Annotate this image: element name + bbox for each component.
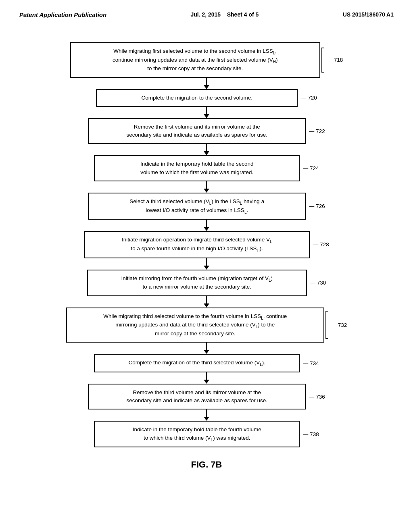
flow-row-728: Initiate migration operation to migrate … <box>65 231 348 258</box>
ref-line-728: — <box>313 241 318 247</box>
ref-row-738: — 738 <box>303 431 319 437</box>
flow-row-720: Complete the migration to the second vol… <box>65 89 348 107</box>
arrow-718-720 <box>204 78 209 89</box>
arrow-730-732 <box>204 296 209 308</box>
publication-date: Jul. 2, 2015 <box>190 11 221 18</box>
flow-row-718: While migrating first selected volume to… <box>65 42 348 78</box>
figure-label: FIG. 7B <box>191 459 222 470</box>
ref-724: 724 <box>310 165 319 171</box>
box-732: While migrating third selected volume to… <box>66 308 324 343</box>
ref-row-726: — 726 <box>309 203 325 209</box>
flow-row-724: Indicate in the temporary hold table the… <box>65 155 348 181</box>
flow-row-736: Remove the third volume and its mirror v… <box>65 384 348 410</box>
flow-row-730: Initiate mirroring from the fourth volum… <box>65 270 348 296</box>
box-722: Remove the first volume and its mirror v… <box>88 118 306 144</box>
ref-line-730: — <box>310 280 315 286</box>
ref-row-722: — 722 <box>309 128 325 134</box>
box-738: Indicate in the temporary hold table the… <box>94 421 300 447</box>
ref-line-724: — <box>303 165 308 171</box>
ref-row-720: — 720 <box>301 95 317 101</box>
sheet-info: Sheet 4 of 5 <box>227 11 259 18</box>
bracket-svg-732 <box>325 309 337 341</box>
box-730: Initiate mirroring from the fourth volum… <box>87 270 307 296</box>
box-720: Complete the migration to the second vol… <box>96 89 298 107</box>
bracket-732: 732 <box>325 309 347 341</box>
ref-738: 738 <box>310 431 319 437</box>
diagram-container: While migrating first selected volume to… <box>0 18 413 478</box>
box-728: Initiate migration operation to migrate … <box>84 231 310 258</box>
box-726: Select a third selected volume (VL) in t… <box>88 193 306 220</box>
ref-row-724: — 724 <box>303 165 319 171</box>
flow-row-738: Indicate in the temporary hold table the… <box>65 421 348 447</box>
ref-720: 720 <box>308 95 317 101</box>
ref-line-736: — <box>309 394 314 400</box>
ref-line-720: — <box>301 95 306 101</box>
header-center: Jul. 2, 2015 Sheet 4 of 5 <box>190 11 259 18</box>
ref-row-734: — 734 <box>303 360 319 366</box>
ref-726: 726 <box>316 203 325 209</box>
ref-730: 730 <box>317 280 326 286</box>
ref-row-730: — 730 <box>310 280 326 286</box>
ref-row-736: — 736 <box>309 394 325 400</box>
box-718: While migrating first selected volume to… <box>70 42 320 78</box>
ref-row-728: — 728 <box>313 241 329 247</box>
bracket-718: 718 <box>321 46 343 74</box>
ref-line-738: — <box>303 431 308 437</box>
arrow-736-738 <box>204 409 209 421</box>
flow-row-722: Remove the first volume and its mirror v… <box>65 118 348 144</box>
arrow-732-734 <box>204 343 209 354</box>
flow-row-732: While migrating third selected volume to… <box>65 308 348 343</box>
arrow-720-722 <box>204 107 209 118</box>
ref-732: 732 <box>338 322 347 328</box>
page-header: Patent Application Publication Jul. 2, 2… <box>0 0 413 18</box>
ref-line-726: — <box>309 203 314 209</box>
ref-line-734: — <box>303 360 308 366</box>
box-736: Remove the third volume and its mirror v… <box>88 384 306 410</box>
arrow-722-724 <box>204 144 209 155</box>
bracket-svg-718 <box>321 46 333 74</box>
publication-title: Patent Application Publication <box>19 11 106 18</box>
ref-734: 734 <box>310 360 319 366</box>
ref-line-722: — <box>309 128 314 134</box>
box-734: Complete the migration of the third sele… <box>94 354 300 372</box>
flow-row-734: Complete the migration of the third sele… <box>65 354 348 372</box>
arrow-728-730 <box>204 258 209 270</box>
ref-728: 728 <box>320 241 329 247</box>
arrow-734-736 <box>204 372 209 384</box>
ref-736: 736 <box>316 394 325 400</box>
flow-row-726: Select a third selected volume (VL) in t… <box>65 193 348 220</box>
patent-number: US 2015/186070 A1 <box>343 11 394 18</box>
arrow-726-728 <box>204 220 209 231</box>
ref-722: 722 <box>316 128 325 134</box>
arrow-724-726 <box>204 181 209 193</box>
box-724: Indicate in the temporary hold table the… <box>94 155 300 181</box>
ref-718: 718 <box>334 57 343 63</box>
